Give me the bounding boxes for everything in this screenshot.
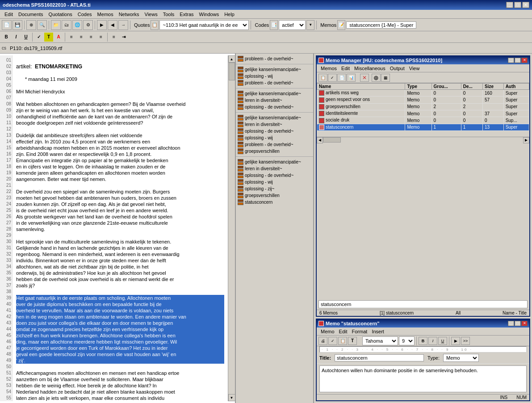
me-text-btn[interactable]: T [348,337,357,345]
color-btn[interactable]: A [54,33,63,42]
font-size-select[interactable]: 9 [399,336,415,345]
list-btn[interactable]: ≡ [109,33,118,42]
align-left[interactable]: ≡ [67,33,76,42]
code-item[interactable]: oplossing - wij [237,73,312,80]
bold-btn[interactable]: B [419,337,427,345]
h-scroll-thumb[interactable] [323,137,341,143]
text-body[interactable]: artikel: ETNOMARKETING * maandag 11 mei … [13,55,228,401]
scroll-track[interactable] [228,63,235,394]
table-row[interactable]: identiteitsleemte Memo 0 0 37 Super [317,110,529,117]
close-btn[interactable]: ✕ [522,2,529,8]
new-btn[interactable]: 📄 [2,20,12,30]
check-btn[interactable]: ✓ [34,33,43,42]
code-item[interactable]: oplossing - de overheid~ [237,128,312,134]
memos-icon[interactable]: 📝 [337,20,345,30]
filter-field[interactable] [318,300,528,308]
menu-networks[interactable]: Networks [116,11,142,17]
menu-memos[interactable]: Memos [95,11,116,17]
code-item[interactable]: gelijke kansen/emancipatie~ [237,66,312,73]
menu-documents[interactable]: Documents [16,11,46,17]
table-row-selected[interactable]: statusconcern Memo 1 1 13 Super [317,124,529,130]
memo-manager-menu-edit[interactable]: Edit [339,66,352,71]
menu-views[interactable]: Views [142,11,160,17]
mm-tool-print[interactable]: 📋 [318,74,327,82]
memo-edit-close[interactable]: ✕ [521,321,528,326]
memo-content[interactable]: Autochtonen willen hun dominante positie… [319,365,527,392]
scroll-down[interactable]: ▼ [228,394,235,401]
memo-manager-menu-view[interactable]: View [407,66,422,71]
memo-edit-menu-edit[interactable]: Edit [337,329,350,334]
memo-title-input[interactable] [335,354,424,361]
find-btn[interactable]: 🔍 [37,20,47,30]
memo-edit-menu-format[interactable]: Format [350,329,370,334]
align-center[interactable]: ≡ [77,33,86,42]
underline-btn[interactable]: U [21,33,30,42]
minimize-btn[interactable]: _ [506,2,513,8]
text-scrollbar[interactable]: ▲ ▼ [228,55,235,401]
menu-edit[interactable]: Edit [2,11,16,17]
codes-dropdown[interactable]: actief [279,20,306,30]
code-item[interactable]: groepsverschillen [237,192,312,199]
memo-edit-minimize[interactable]: _ [508,321,514,326]
search-btn[interactable]: ⊕ [26,20,36,30]
menu-help[interactable]: Help [222,11,237,17]
menu-tools[interactable]: Tools [160,11,177,17]
memo-manager-minimize[interactable]: _ [508,58,514,63]
codes-icon[interactable]: 📑 [270,20,278,30]
back-btn[interactable]: ◀ [108,20,117,30]
font-select[interactable]: Tahoma [362,336,398,345]
menu-quotations[interactable]: Quotations [46,11,75,17]
align-justify[interactable]: ≡ [96,33,105,42]
forward-btn[interactable]: ▶ [97,20,107,30]
view-btn[interactable]: 🗂 [62,20,71,30]
scroll-up[interactable]: ▲ [228,55,235,63]
memo-table-container[interactable]: Name Type Grou... De... Size Auth artike… [317,83,529,137]
quotes-icon[interactable]: 📋 [151,20,159,30]
align-right[interactable]: ≡ [87,33,96,42]
quotes-dropdown[interactable]: ~110:3 Het gaat natuurlijk in de ee [159,20,249,30]
scroll-thumb[interactable] [229,63,235,80]
code-item[interactable]: probleem - de overheid~ [237,80,312,86]
title-controls[interactable]: _ □ ✕ [506,2,529,8]
mm-tool-table[interactable]: ▦ [381,74,390,82]
italic-btn[interactable]: I [12,33,21,42]
me-more-btn[interactable]: >> [461,337,470,345]
mm-tool-new[interactable]: 📄 [337,74,346,82]
table-row[interactable]: groepsverschillen Memo 2 2 Super [317,103,529,110]
memo-edit-menu-memo[interactable]: Memo [318,329,337,334]
memo-manager-menu-memos[interactable]: Memos [318,66,339,71]
next-btn[interactable]: → [118,20,128,30]
memo-manager-menu-misc[interactable]: Miscellaneous [352,66,388,71]
menu-extras[interactable]: Extras [177,11,196,17]
menu-codes[interactable]: Codes [75,11,95,17]
code-item[interactable]: oplossing - zij~ [237,185,312,192]
gear-btn[interactable]: ⚙ [83,20,93,30]
maximize-btn[interactable]: □ [514,2,521,8]
code-item[interactable]: gelijke kansen/emancipatie~ [237,114,312,121]
open-btn[interactable]: 📁 [51,20,61,30]
memo-edit-maximize[interactable]: □ [515,321,521,326]
code-item[interactable]: oplossing - de overheid~ [237,104,312,110]
code-item[interactable]: leren in diversiteit~ [237,97,312,104]
mm-tool-check[interactable]: ✓ [328,74,337,82]
code-item[interactable]: probleem - de overheid~ [237,141,312,148]
h-scrollbar[interactable]: ◀ ▶ [317,137,529,143]
mm-tool-add[interactable]: ⊕ [372,74,381,82]
code-item[interactable]: gelijke kansen/emancipatie~ [237,159,312,165]
memo-edit-controls[interactable]: _ □ ✕ [508,321,528,326]
scroll-right[interactable]: ▶ [523,137,529,143]
bold-btn[interactable]: B [2,33,11,42]
me-arrow-btn[interactable]: ▶ [451,337,460,345]
italic-btn[interactable]: I [428,337,437,345]
code-item[interactable]: oplossing - wij [237,179,312,185]
mm-tool-grid[interactable]: 📊 [347,74,356,82]
memo-type-select[interactable]: Memo [443,354,479,362]
table-row[interactable]: geen respect voor ons Memo 0 0 57 Super [317,97,529,103]
globe-btn[interactable]: 🌐 [72,20,82,30]
memo-edit-menu-insert[interactable]: Insert [369,329,386,334]
code-item[interactable]: groepsverschillen [237,148,312,155]
mm-tool-delete[interactable]: ✕ [360,74,369,82]
me-clip-btn[interactable]: 📋 [338,337,347,345]
scroll-left[interactable]: ◀ [317,137,323,143]
memo-manager-close[interactable]: ✕ [521,58,528,63]
